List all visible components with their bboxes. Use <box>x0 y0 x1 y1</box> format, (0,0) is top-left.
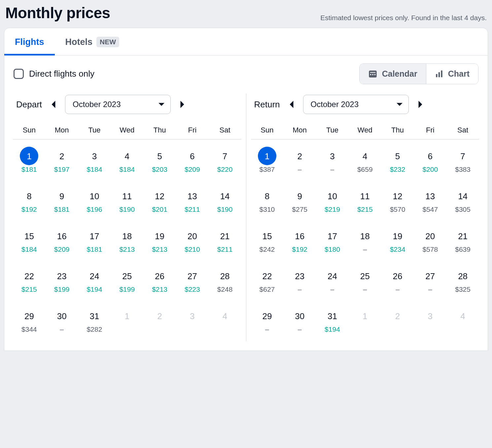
depart-day-cell[interactable]: 24$194 <box>78 261 111 301</box>
depart-day-cell[interactable]: 26$213 <box>143 261 176 301</box>
day-number: 7 <box>223 151 227 162</box>
depart-day-cell[interactable]: 10$196 <box>78 181 111 221</box>
return-day-cell[interactable]: 29– <box>251 301 284 341</box>
day-price: $203 <box>152 166 167 173</box>
return-day-cell[interactable]: 11$215 <box>349 181 381 221</box>
return-day-cell[interactable]: 5$232 <box>381 141 414 181</box>
depart-next-month-button[interactable] <box>177 99 188 110</box>
tab-flights[interactable]: Flights <box>4 28 55 55</box>
day-price: $659 <box>357 166 373 173</box>
depart-day-cell[interactable]: 31$282 <box>78 301 111 341</box>
return-day-cell[interactable]: 14$305 <box>446 181 479 221</box>
return-day-cell[interactable]: 12$570 <box>381 181 414 221</box>
depart-day-cell[interactable]: 15$184 <box>13 221 46 261</box>
day-price: $181 <box>21 166 37 173</box>
return-day-cell[interactable]: 1$387 <box>251 141 284 181</box>
depart-day-cell[interactable]: 11$190 <box>111 181 143 221</box>
return-day-cell[interactable]: 7$383 <box>446 141 479 181</box>
return-day-cell[interactable]: 15$242 <box>251 221 284 261</box>
day-number: 1 <box>265 151 269 162</box>
day-price: $215 <box>357 205 373 213</box>
calendar-view-label: Calendar <box>382 69 417 79</box>
day-number: 14 <box>220 191 230 202</box>
depart-day-cell[interactable]: 27$223 <box>176 261 209 301</box>
calendar-view-button[interactable]: Calendar <box>360 64 426 84</box>
return-day-cell[interactable]: 31$194 <box>316 301 349 341</box>
dow-header: Tue <box>316 126 349 134</box>
depart-day-cell[interactable]: 16$209 <box>46 221 78 261</box>
direct-flights-checkbox[interactable]: Direct flights only <box>14 69 94 79</box>
day-price: $210 <box>185 245 200 253</box>
return-day-cell[interactable]: 25– <box>349 261 381 301</box>
chart-view-button[interactable]: Chart <box>426 64 478 84</box>
return-day-cell[interactable]: 4$659 <box>349 141 381 181</box>
return-day-cell[interactable]: 9$275 <box>283 181 316 221</box>
depart-day-cell[interactable]: 22$215 <box>13 261 46 301</box>
depart-month-select[interactable]: October 2023 <box>65 95 171 114</box>
depart-day-cell[interactable]: 6$209 <box>176 141 209 181</box>
chevron-left-icon <box>51 101 56 108</box>
return-day-cell[interactable]: 13$547 <box>414 181 446 221</box>
day-price: $383 <box>455 166 471 173</box>
depart-day-cell[interactable]: 3$184 <box>78 141 111 181</box>
return-day-cell[interactable]: 18– <box>349 221 381 261</box>
depart-day-cell[interactable]: 7$220 <box>209 141 241 181</box>
depart-day-cell[interactable]: 13$211 <box>176 181 209 221</box>
depart-day-cell[interactable]: 17$181 <box>78 221 111 261</box>
return-day-cell[interactable]: 6$200 <box>414 141 446 181</box>
depart-day-cell[interactable]: 1$181 <box>13 141 46 181</box>
depart-day-cell: 1 <box>111 301 143 341</box>
depart-day-cell[interactable]: 21$211 <box>209 221 241 261</box>
day-price: $192 <box>292 245 307 253</box>
day-price: $242 <box>260 245 275 253</box>
return-month-select[interactable]: October 2023 <box>303 95 409 114</box>
return-prev-month-button[interactable] <box>286 99 297 110</box>
depart-day-cell[interactable]: 5$203 <box>143 141 176 181</box>
return-day-cell: 4 <box>446 301 479 341</box>
depart-day-cell[interactable]: 19$213 <box>143 221 176 261</box>
day-price: $213 <box>152 285 167 293</box>
depart-day-cell[interactable]: 18$213 <box>111 221 143 261</box>
return-day-cell[interactable]: 3– <box>316 141 349 181</box>
return-day-cell[interactable]: 19$234 <box>381 221 414 261</box>
depart-day-cell[interactable]: 8$192 <box>13 181 46 221</box>
return-day-cell[interactable]: 17$180 <box>316 221 349 261</box>
depart-day-cell[interactable]: 4$184 <box>111 141 143 181</box>
day-number: 12 <box>155 191 164 202</box>
depart-day-cell[interactable]: 9$181 <box>46 181 78 221</box>
depart-prev-month-button[interactable] <box>48 99 59 110</box>
dow-header: Sun <box>251 126 284 134</box>
return-day-cell[interactable]: 21$639 <box>446 221 479 261</box>
depart-day-cell[interactable]: 20$210 <box>176 221 209 261</box>
dow-header: Mon <box>283 126 316 134</box>
return-day-cell[interactable]: 2– <box>283 141 316 181</box>
return-day-cell[interactable]: 10$219 <box>316 181 349 221</box>
return-day-cell[interactable]: 20$578 <box>414 221 446 261</box>
return-day-cell[interactable]: 30– <box>283 301 316 341</box>
dow-header: Sat <box>209 126 241 134</box>
depart-day-cell[interactable]: 14$190 <box>209 181 241 221</box>
day-price: $209 <box>54 245 70 253</box>
depart-day-cell[interactable]: 30– <box>46 301 78 341</box>
return-day-cell[interactable]: 24– <box>316 261 349 301</box>
day-number: 11 <box>122 191 132 202</box>
return-next-month-button[interactable] <box>415 99 426 110</box>
depart-day-cell[interactable]: 23$199 <box>46 261 78 301</box>
depart-day-cell[interactable]: 28$248 <box>209 261 241 301</box>
day-number: 19 <box>393 231 403 242</box>
depart-day-cell[interactable]: 2$197 <box>46 141 78 181</box>
return-day-cell[interactable]: 28$325 <box>446 261 479 301</box>
price-card: Flights Hotels NEW Direct flights only C… <box>4 28 488 351</box>
depart-day-cell[interactable]: 29$344 <box>13 301 46 341</box>
return-day-cell[interactable]: 16$192 <box>283 221 316 261</box>
return-day-cell[interactable]: 27– <box>414 261 446 301</box>
depart-day-cell[interactable]: 25$199 <box>111 261 143 301</box>
return-day-cell[interactable]: 23– <box>283 261 316 301</box>
return-day-cell[interactable]: 22$627 <box>251 261 284 301</box>
dow-header: Wed <box>349 126 381 134</box>
depart-day-cell[interactable]: 12$201 <box>143 181 176 221</box>
day-number: 8 <box>265 191 269 202</box>
return-day-cell[interactable]: 26– <box>381 261 414 301</box>
tab-hotels[interactable]: Hotels NEW <box>55 28 130 55</box>
return-day-cell[interactable]: 8$310 <box>251 181 284 221</box>
